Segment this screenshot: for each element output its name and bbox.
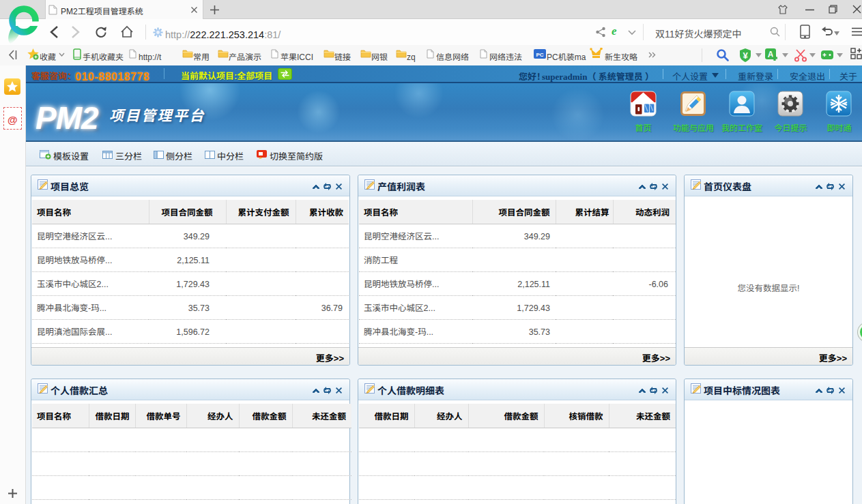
svg-text:¥: ¥ xyxy=(743,50,748,61)
svg-text:PC: PC xyxy=(536,52,543,58)
